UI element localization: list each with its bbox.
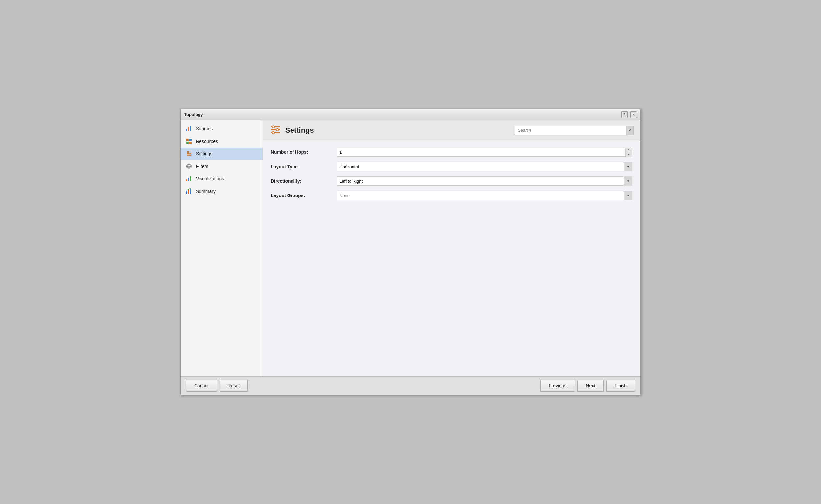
form-row-layout-type: Layout Type: Horizontal Vertical Radial …: [271, 162, 632, 171]
main-content: Settings × Number of Hops:: [263, 120, 640, 376]
settings-icon: [185, 150, 193, 157]
svg-point-27: [276, 129, 279, 131]
window-title: Topology: [184, 112, 203, 117]
label-directionality: Directionality:: [271, 178, 336, 184]
sidebar-label-summary: Summary: [196, 189, 216, 194]
hops-input[interactable]: [337, 148, 626, 156]
sidebar: Sources Resources: [181, 120, 263, 376]
form-row-hops: Number of Hops: ▲ ▼: [271, 148, 632, 157]
control-layout-groups: None Group A Group B ▼: [336, 191, 632, 200]
svg-point-12: [187, 155, 189, 156]
svg-rect-6: [189, 142, 192, 144]
cancel-button[interactable]: Cancel: [186, 380, 217, 392]
form-row-directionality: Directionality: Left to Right Right to L…: [271, 176, 632, 186]
label-layout-type: Layout Type:: [271, 164, 336, 169]
help-button[interactable]: ?: [621, 111, 628, 118]
hops-spinner: ▲ ▼: [336, 148, 632, 157]
svg-point-26: [272, 126, 275, 128]
layout-type-select[interactable]: Horizontal Vertical Radial: [336, 162, 632, 171]
control-layout-type: Horizontal Vertical Radial ▼: [336, 162, 632, 171]
svg-rect-21: [188, 190, 189, 194]
svg-point-10: [187, 151, 189, 153]
sidebar-label-resources: Resources: [196, 139, 218, 144]
svg-rect-2: [190, 126, 191, 131]
layout-type-select-wrapper: Horizontal Vertical Radial ▼: [336, 162, 632, 171]
svg-rect-3: [186, 139, 189, 141]
title-bar-right: ? ×: [621, 111, 637, 118]
layout-groups-select-wrapper: None Group A Group B ▼: [336, 191, 632, 200]
close-button[interactable]: ×: [630, 111, 637, 118]
search-input[interactable]: [518, 128, 624, 133]
sidebar-item-visualizations[interactable]: Visualizations: [181, 172, 262, 185]
svg-rect-17: [186, 179, 187, 181]
search-area: ×: [515, 126, 634, 135]
page-title: Settings: [285, 126, 314, 135]
content-header: Settings ×: [263, 120, 640, 141]
svg-rect-4: [189, 139, 192, 141]
form-row-layout-groups: Layout Groups: None Group A Group B ▼: [271, 191, 632, 200]
next-button[interactable]: Next: [578, 380, 604, 392]
control-hops: ▲ ▼: [336, 148, 632, 157]
footer-left: Cancel Reset: [186, 380, 248, 392]
dialog-body: Sources Resources: [181, 120, 640, 376]
sidebar-item-filters[interactable]: Filters: [181, 160, 262, 172]
summary-icon: [185, 188, 193, 195]
title-bar-left: Topology: [184, 112, 203, 117]
visualizations-icon: [185, 175, 193, 182]
sidebar-label-filters: Filters: [196, 164, 208, 169]
search-close-button[interactable]: ×: [627, 126, 634, 135]
page-icon: [269, 124, 281, 137]
search-box: [515, 126, 627, 135]
footer-right: Previous Next Finish: [540, 380, 635, 392]
svg-rect-22: [190, 189, 191, 194]
svg-rect-18: [188, 178, 189, 181]
resources-icon: [185, 138, 193, 145]
svg-rect-20: [186, 191, 187, 194]
content-title-area: Settings: [269, 124, 314, 137]
svg-rect-0: [186, 129, 187, 131]
spinner-up-button[interactable]: ▲: [626, 148, 632, 152]
svg-rect-1: [188, 127, 189, 131]
form-area: Number of Hops: ▲ ▼ Layout Type:: [263, 141, 640, 376]
sidebar-label-visualizations: Visualizations: [196, 176, 224, 181]
label-hops: Number of Hops:: [271, 149, 336, 155]
sidebar-label-sources: Sources: [196, 126, 213, 131]
sidebar-item-resources[interactable]: Resources: [181, 135, 262, 148]
filters-icon: [185, 163, 193, 170]
svg-point-11: [189, 153, 191, 154]
previous-button[interactable]: Previous: [540, 380, 575, 392]
spinner-down-button[interactable]: ▼: [626, 152, 632, 157]
svg-point-28: [272, 132, 275, 134]
sources-icon: [185, 125, 193, 132]
svg-rect-5: [186, 142, 189, 144]
directionality-select-wrapper: Left to Right Right to Left Top to Botto…: [336, 176, 632, 186]
finish-button[interactable]: Finish: [606, 380, 635, 392]
control-directionality: Left to Right Right to Left Top to Botto…: [336, 176, 632, 186]
directionality-select[interactable]: Left to Right Right to Left Top to Botto…: [336, 176, 632, 186]
reset-button[interactable]: Reset: [219, 380, 248, 392]
sidebar-item-sources[interactable]: Sources: [181, 123, 262, 135]
layout-groups-select[interactable]: None Group A Group B: [336, 191, 632, 200]
spinner-buttons: ▲ ▼: [626, 148, 632, 157]
sidebar-label-settings: Settings: [196, 151, 213, 156]
footer: Cancel Reset Previous Next Finish: [181, 376, 640, 395]
title-bar: Topology ? ×: [181, 109, 640, 120]
sidebar-item-summary[interactable]: Summary: [181, 185, 262, 197]
topology-dialog: Topology ? × Sources: [180, 109, 641, 395]
svg-rect-19: [190, 176, 191, 181]
sidebar-item-settings[interactable]: Settings: [181, 148, 262, 160]
label-layout-groups: Layout Groups:: [271, 193, 336, 198]
